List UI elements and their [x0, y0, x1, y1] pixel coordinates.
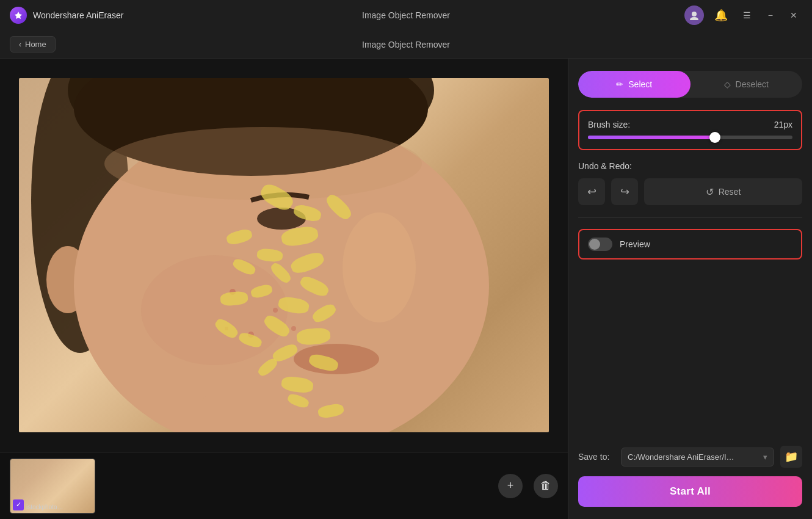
- panel-spacer: [578, 270, 802, 446]
- start-all-label: Start All: [670, 485, 711, 498]
- undo-redo-row: ↩ ↪ ↺ Reset: [578, 178, 802, 205]
- save-path-select[interactable]: C:/Wondershare AniEraser/I… ▾: [621, 448, 774, 466]
- brush-size-label: Brush size:: [588, 120, 630, 129]
- eraser-icon: ◇: [724, 79, 731, 89]
- slider-thumb[interactable]: [709, 132, 720, 143]
- svg-point-10: [294, 344, 379, 374]
- close-btn[interactable]: ✕: [785, 8, 802, 23]
- undo-redo-label: Undo & Redo:: [578, 161, 802, 171]
- window-subtitle: Image Object Remover: [362, 10, 450, 20]
- user-avatar[interactable]: [684, 5, 704, 25]
- undo-redo-section: Undo & Redo: ↩ ↪ ↺ Reset: [578, 161, 802, 217]
- undo-icon: ↩: [587, 185, 596, 198]
- svg-point-9: [141, 255, 288, 365]
- delete-button[interactable]: 🗑: [534, 474, 558, 498]
- select-label: Select: [628, 79, 652, 89]
- preview-label: Preview: [620, 239, 650, 249]
- add-button[interactable]: +: [498, 474, 523, 498]
- canvas-wrapper[interactable]: [0, 59, 568, 452]
- navbar: ‹ Home Image Object Remover: [0, 31, 812, 59]
- brush-size-value: 21px: [774, 120, 792, 129]
- toggle-knob: [589, 239, 600, 250]
- delete-icon: 🗑: [540, 479, 551, 492]
- folder-icon: 📁: [785, 450, 798, 463]
- home-button[interactable]: ‹ Home: [10, 36, 56, 53]
- brush-size-slider[interactable]: [588, 136, 792, 139]
- redo-icon: ↪: [620, 185, 629, 198]
- redo-btn[interactable]: ↪: [611, 178, 638, 205]
- filmstrip-actions: + 🗑: [498, 474, 558, 498]
- save-to-label: Save to:: [578, 452, 615, 462]
- reset-icon: ↺: [706, 186, 714, 198]
- main-layout: ✓ istockphoto… + 🗑 ✏ Select ◇ Desel: [0, 59, 812, 519]
- slider-fill: [588, 136, 715, 139]
- select-deselect-toggle: ✏ Select ◇ Deselect: [578, 71, 802, 98]
- add-icon: +: [507, 479, 514, 492]
- filmstrip: ✓ istockphoto… + 🗑: [0, 452, 568, 519]
- app-logo: [10, 7, 27, 24]
- preview-section: Preview: [578, 229, 802, 260]
- chevron-left-icon: ‹: [19, 40, 21, 49]
- notification-btn[interactable]: 🔔: [711, 5, 731, 25]
- reset-label: Reset: [719, 187, 741, 197]
- reset-btn[interactable]: ↺ Reset: [644, 178, 802, 205]
- home-label: Home: [25, 40, 46, 49]
- save-path-text: C:/Wondershare AniEraser/I…: [628, 452, 734, 462]
- svg-point-0: [692, 12, 697, 16]
- brush-size-header: Brush size: 21px: [588, 120, 792, 129]
- divider: [578, 217, 802, 218]
- select-btn[interactable]: ✏ Select: [578, 71, 691, 98]
- pencil-icon: ✏: [616, 79, 623, 89]
- brush-size-section: Brush size: 21px: [578, 110, 802, 150]
- chevron-down-icon: ▾: [763, 452, 767, 462]
- titlebar: Wondershare AniEraser Image Object Remov…: [0, 0, 812, 31]
- face-canvas[interactable]: [19, 78, 549, 432]
- deselect-label: Deselect: [736, 79, 769, 89]
- svg-point-13: [273, 308, 278, 313]
- folder-browse-btn[interactable]: 📁: [780, 446, 802, 468]
- preview-toggle[interactable]: [588, 238, 612, 251]
- save-to-row: Save to: C:/Wondershare AniEraser/I… ▾ 📁: [578, 446, 802, 468]
- app-title: Wondershare AniEraser: [33, 10, 123, 20]
- svg-point-8: [343, 212, 416, 322]
- minimize-btn[interactable]: −: [763, 8, 778, 23]
- window-controls: 🔔 ☰ − ✕: [684, 5, 802, 25]
- right-panel: ✏ Select ◇ Deselect Brush size: 21px Und…: [568, 59, 812, 519]
- avatar-icon: [689, 10, 700, 21]
- thumbnail-check: ✓: [13, 499, 24, 510]
- menu-btn[interactable]: ☰: [738, 8, 756, 23]
- thumbnail-label: istockphoto…: [26, 504, 63, 510]
- undo-btn[interactable]: ↩: [578, 178, 605, 205]
- deselect-btn[interactable]: ◇ Deselect: [691, 71, 803, 98]
- nav-title: Image Object Remover: [362, 40, 450, 49]
- start-all-button[interactable]: Start All: [578, 476, 802, 507]
- thumbnail-item[interactable]: ✓ istockphoto…: [10, 459, 95, 514]
- logo-icon: [13, 10, 23, 20]
- svg-point-15: [291, 326, 296, 331]
- canvas-area: ✓ istockphoto… + 🗑: [0, 59, 568, 519]
